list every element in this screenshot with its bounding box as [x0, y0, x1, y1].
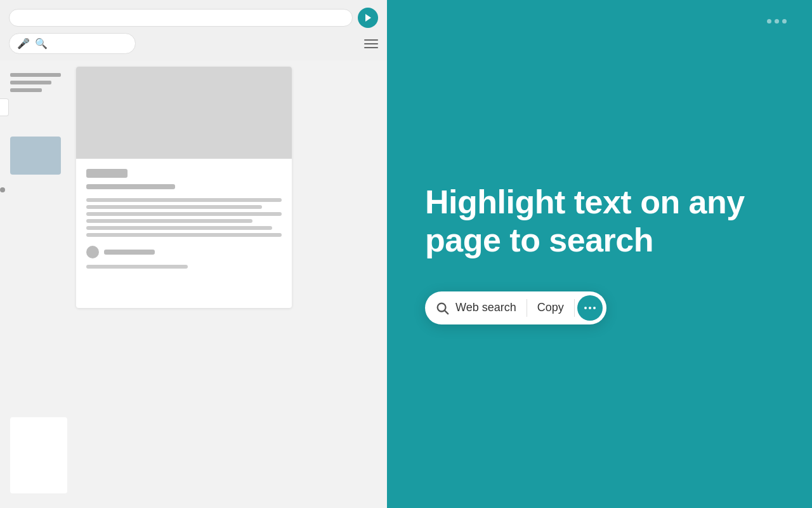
address-bar: [9, 9, 353, 27]
dot: [782, 19, 787, 23]
popup-toolbar: Web search Copy: [425, 291, 606, 324]
dot: [775, 19, 779, 23]
browser-content: [0, 60, 387, 508]
sidebar-line: [10, 81, 51, 84]
more-dot: [593, 307, 596, 309]
browser-mockup: 🎤 🔍: [0, 0, 387, 508]
hamburger-icon[interactable]: [364, 39, 378, 48]
text-line: [86, 219, 252, 223]
browser-chrome: 🎤 🔍: [0, 0, 387, 60]
author-avatar: [86, 246, 99, 258]
copy-button[interactable]: Copy: [527, 297, 574, 318]
sidebar-line: [10, 88, 42, 92]
card-image: [76, 67, 292, 159]
text-line: [86, 233, 282, 237]
headline-line1: Highlight text on any: [425, 184, 745, 220]
text-line: [86, 205, 262, 209]
web-search-label[interactable]: Web search: [455, 301, 516, 314]
card-body: [76, 159, 292, 279]
headline-line2: page to search: [425, 222, 653, 258]
sidebar-line: [10, 73, 61, 77]
card-title: [86, 169, 128, 178]
card-text: [86, 198, 282, 237]
text-line: [86, 226, 272, 230]
three-dots-decoration: [767, 19, 787, 23]
svg-marker-0: [365, 14, 371, 22]
search-icon: 🔍: [35, 37, 48, 50]
card-footer-line: [86, 265, 188, 269]
content-card: [76, 67, 292, 308]
text-line: [86, 198, 282, 202]
text-line: [86, 212, 282, 216]
more-dot: [589, 307, 591, 309]
mic-icon: 🎤: [17, 37, 30, 50]
card-author: [86, 246, 282, 258]
more-dot: [584, 307, 587, 309]
toolbar-divider: [574, 299, 575, 317]
browser-top-bar: [9, 8, 378, 28]
headline: Highlight text on any page to search: [425, 184, 774, 260]
search-bar-row: 🎤 🔍: [9, 33, 378, 54]
left-toggle: [0, 98, 9, 116]
browser-logo: [358, 8, 378, 28]
right-panel: Highlight text on any page to search Web…: [387, 0, 812, 508]
sidebar-lines: [10, 73, 61, 92]
search-bar: 🎤 🔍: [9, 33, 136, 54]
small-card: [10, 417, 67, 493]
content-block: [10, 137, 61, 175]
left-dot: [0, 187, 5, 192]
dot: [767, 19, 771, 23]
card-subtitle: [86, 184, 175, 189]
toolbar-search-icon: [435, 301, 449, 315]
more-options-button[interactable]: [577, 295, 603, 321]
author-name: [104, 250, 155, 255]
svg-line-2: [445, 311, 448, 314]
